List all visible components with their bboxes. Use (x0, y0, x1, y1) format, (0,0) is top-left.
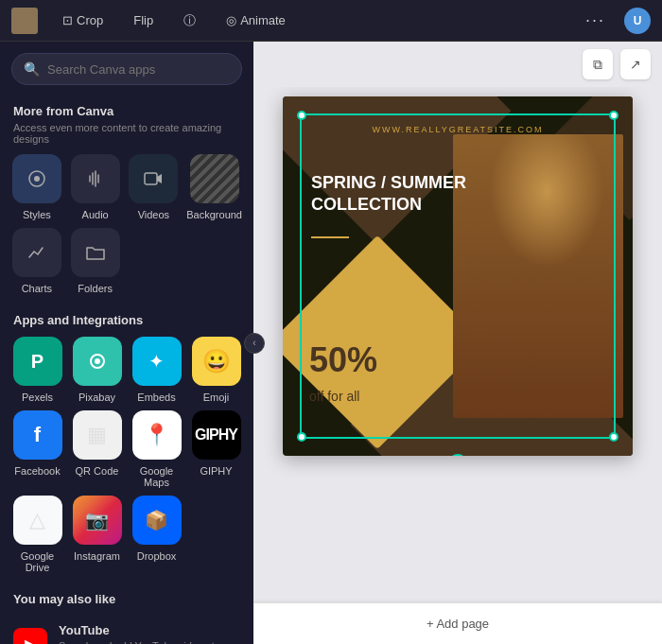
grid-item-audio[interactable]: Audio (70, 154, 121, 220)
grid-item-charts[interactable]: Charts (11, 228, 62, 294)
design-thumbnail[interactable] (11, 8, 38, 34)
search-bar[interactable]: 🔍 (11, 53, 242, 85)
grid-item-pixabay[interactable]: Pixabay (71, 337, 123, 403)
add-page-label: + Add page (427, 617, 489, 631)
design-card[interactable]: WWW.REALLYGREATSITE.COM SPRING / SUMMER … (283, 96, 633, 456)
grid-item-pexels[interactable]: P Pexels (11, 337, 63, 403)
crop-icon: ⊡ (62, 13, 73, 27)
design-discount-text: 50% (309, 340, 377, 380)
grid-item-facebook[interactable]: f Facebook (11, 410, 63, 488)
grid-item-emoji[interactable]: 😀 Emoji (190, 337, 242, 403)
add-page-bar[interactable]: + Add page (253, 602, 662, 644)
canvas-top-tools: ⧉ ↗ (253, 42, 662, 87)
qr-code-label: QR Code (76, 465, 119, 477)
info-button[interactable]: ⓘ (178, 9, 201, 33)
styles-icon (12, 154, 61, 203)
grid-item-google-maps[interactable]: 📍 Google Maps (131, 410, 183, 488)
canvas-scroll[interactable]: WWW.REALLYGREATSITE.COM SPRING / SUMMER … (253, 87, 662, 602)
pexels-label: Pexels (22, 392, 53, 403)
search-icon: 🔍 (24, 61, 40, 77)
duplicate-button[interactable]: ⧉ (583, 49, 613, 79)
crop-button[interactable]: ⊡ Crop (57, 9, 109, 31)
charts-icon (12, 228, 61, 277)
design-url-text: WWW.REALLYGREATSITE.COM (372, 125, 543, 134)
grid-item-dropbox[interactable]: 📦 Dropbox (131, 496, 183, 573)
design-collection-text: SPRING / SUMMER COLLECTION (311, 172, 466, 217)
animate-icon: ◎ (226, 13, 236, 27)
grid-item-qr-code[interactable]: ▦ QR Code (71, 410, 123, 488)
svg-point-1 (34, 176, 40, 182)
background-icon (190, 154, 239, 203)
grid-item-folders[interactable]: Folders (70, 228, 121, 294)
svg-rect-2 (145, 173, 157, 184)
audio-label: Audio (82, 209, 109, 220)
charts-label: Charts (22, 283, 52, 294)
google-maps-icon: 📍 (132, 410, 182, 460)
more-from-canva-subtitle: Access even more content to create amazi… (0, 120, 253, 154)
youtube-title: YouTube (59, 623, 240, 637)
giphy-label: GIPHY (200, 465, 232, 477)
woman-photo (453, 134, 623, 418)
main-content: 🔍 More from Canva Access even more conte… (0, 42, 662, 644)
photo-element (453, 134, 623, 418)
canvas-area: ⧉ ↗ WWW.REALLYGREATSITE.COM (253, 42, 662, 644)
svg-point-4 (95, 358, 100, 364)
more-from-canva-title: More from Canva (0, 96, 253, 120)
grid-item-google-drive[interactable]: △ Google Drive (11, 496, 63, 573)
audio-icon (71, 154, 120, 203)
grid-item-background[interactable]: Background (186, 154, 242, 220)
instagram-label: Instagram (74, 550, 120, 562)
styles-label: Styles (23, 209, 51, 220)
design-divider (311, 236, 349, 238)
pixabay-label: Pixabay (78, 392, 115, 403)
dropbox-icon: 📦 (132, 496, 182, 545)
embeds-icon: ✦ (132, 337, 182, 386)
sidebar: 🔍 More from Canva Access even more conte… (0, 42, 253, 644)
grid-item-styles[interactable]: Styles (11, 154, 62, 220)
apps-integrations-title: Apps and Integrations (0, 305, 253, 337)
videos-label: Videos (138, 209, 169, 220)
search-input[interactable] (47, 62, 230, 77)
videos-icon (129, 154, 178, 203)
apps-integrations-grid: P Pexels Pixabay ✦ Embeds (0, 337, 253, 584)
grid-item-instagram[interactable]: 📷 Instagram (71, 496, 123, 573)
youtube-desc: Search and add YouTube videos to your de… (59, 639, 240, 644)
background-label: Background (186, 209, 242, 220)
you-may-also-like-title: You may also like (0, 584, 253, 616)
external-link-icon: ↗ (630, 57, 641, 72)
google-drive-label: Google Drive (11, 550, 63, 573)
animate-button[interactable]: ◎ Animate (220, 9, 291, 31)
flip-button[interactable]: Flip (128, 9, 159, 31)
google-maps-label: Google Maps (131, 465, 183, 488)
more-from-canva-grid: Styles Audio (0, 154, 253, 305)
dropbox-label: Dropbox (137, 550, 177, 562)
user-avatar[interactable]: U (624, 8, 651, 34)
grid-item-videos[interactable]: Videos (129, 154, 180, 220)
youtube-icon: ▶ (13, 628, 47, 644)
list-item-youtube[interactable]: ▶ YouTube Search and add YouTube videos … (0, 616, 253, 644)
folders-label: Folders (78, 283, 113, 294)
selection-handle-bl[interactable] (297, 432, 306, 442)
top-toolbar: ⊡ Crop Flip ⓘ ◎ Animate ··· U (0, 0, 662, 42)
design-off-text: off for all (309, 389, 359, 404)
grid-item-giphy[interactable]: GIPHY GIPHY (190, 410, 242, 488)
facebook-label: Facebook (14, 465, 60, 477)
qr-code-icon: ▦ (73, 410, 122, 460)
grid-item-embeds[interactable]: ✦ Embeds (131, 337, 183, 403)
emoji-icon: 😀 (192, 337, 241, 386)
giphy-icon: GIPHY (192, 410, 241, 460)
pixabay-icon (73, 337, 122, 386)
duplicate-icon: ⧉ (593, 57, 602, 73)
emoji-label: Emoji (203, 392, 230, 403)
sidebar-wrapper: 🔍 More from Canva Access even more conte… (0, 42, 253, 644)
google-drive-icon: △ (13, 496, 62, 545)
sidebar-collapse-handle[interactable]: ‹ (244, 333, 265, 354)
info-icon: ⓘ (183, 12, 196, 29)
more-options-button[interactable]: ··· (585, 10, 605, 30)
embeds-label: Embeds (137, 392, 175, 403)
facebook-icon: f (13, 410, 62, 460)
pexels-icon: P (13, 337, 62, 386)
instagram-icon: 📷 (73, 496, 122, 545)
folders-icon (71, 228, 120, 277)
external-link-button[interactable]: ↗ (620, 49, 651, 79)
